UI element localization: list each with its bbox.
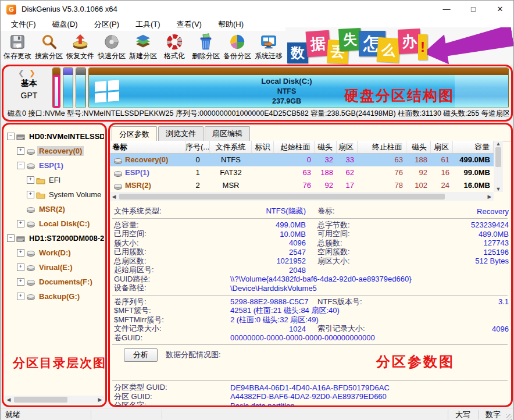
backup-partition-icon <box>229 33 246 51</box>
table-vscrollbar-thumb[interactable] <box>495 147 501 167</box>
tree-item-msr-2-[interactable]: MSR(2) <box>5 202 104 216</box>
tree-item-documents-f-[interactable]: +Documents(F:) <box>5 275 104 289</box>
scroll-right-icon[interactable]: ▶ <box>96 397 104 403</box>
expand-icon[interactable]: + <box>17 293 24 300</box>
expand-icon[interactable]: + <box>17 264 24 271</box>
detail-row: 已用空间:10.0MB可用空间:489.0MB <box>111 229 509 238</box>
detail-value: A44382FD-BAF6-4DA2-92D0-AE89379ED660 <box>230 392 509 401</box>
banner-tile-8: ! <box>418 34 427 60</box>
disk-scheme-label: GPT <box>8 91 50 100</box>
column-header-5[interactable]: 起始柱面 <box>274 141 315 153</box>
toolbar-button-9[interactable]: 系统迁移 <box>253 31 284 65</box>
column-header-2[interactable]: 序号(... <box>185 141 210 153</box>
msr-bar-body <box>76 75 85 108</box>
tree-item-esp-1-[interactable]: −ESP(1) <box>5 158 104 173</box>
expand-icon[interactable]: + <box>27 191 34 198</box>
tree-item-virual-e-[interactable]: +Virual(E:) <box>5 260 104 275</box>
close-button[interactable]: ✕ <box>487 1 513 18</box>
resize-grip[interactable] <box>506 414 512 420</box>
column-header-11[interactable]: 容量 <box>453 141 494 153</box>
toolbar-button-1[interactable]: 保存更改 <box>2 31 33 65</box>
expand-icon[interactable]: + <box>17 147 24 155</box>
partition-name: ESP(1) <box>125 166 149 179</box>
cell-seq: 0 <box>185 154 210 166</box>
toolbar-button-4[interactable]: 快速分区 <box>96 31 127 65</box>
scroll-down-icon[interactable]: ▼ <box>494 186 502 192</box>
tree-item-label: Backup(G:) <box>37 291 81 301</box>
collapse-icon[interactable]: − <box>17 162 24 169</box>
tab-2[interactable]: 浏览文件 <box>158 126 204 141</box>
tree-item-hd1-st2000dm008-2[interactable]: −HD1:ST2000DM008-2 <box>5 231 104 245</box>
toolbar-button-5[interactable]: 新建分区 <box>127 31 159 65</box>
table-horizontal-scrollbar[interactable]: ◀ ▶ <box>110 192 494 201</box>
expand-icon[interactable]: + <box>17 220 24 227</box>
num-indicator: 数字 <box>486 408 501 420</box>
column-header-1[interactable]: 卷标 <box>110 141 185 153</box>
recovery-partition-bar[interactable] <box>52 67 60 108</box>
toolbar-button-6[interactable]: 格式化 <box>159 31 190 65</box>
toolbar-button-label: 快速分区 <box>98 51 126 61</box>
tab-1[interactable]: 分区参数 <box>112 126 157 141</box>
partition-name: MSR(2) <box>125 179 151 192</box>
tree-item-recovery-0-[interactable]: +Recovery(0) <box>5 144 104 158</box>
disk-icon <box>16 234 26 243</box>
cell-eh: 102 <box>406 179 431 192</box>
table-row-esp-1-[interactable]: ESP(1)1FAT32631886276921699.0MB <box>110 166 494 179</box>
menu-item-4[interactable]: 工具(T) <box>127 18 169 31</box>
column-header-8[interactable]: 终止柱面 <box>358 141 406 153</box>
scroll-up-icon[interactable]: ▲ <box>494 141 502 147</box>
collapse-icon[interactable]: − <box>7 133 15 140</box>
esp-partition-bar[interactable] <box>63 67 73 108</box>
toolbar-button-label: 新建分区 <box>129 51 157 61</box>
scroll-left-icon[interactable]: ◀ <box>110 194 118 200</box>
toolbar-button-3[interactable]: 恢复文件 <box>65 31 96 65</box>
tree-item-local-disk-c-[interactable]: +Local Disk(C:) <box>5 216 104 231</box>
toolbar-button-7[interactable]: 删除分区 <box>190 31 222 65</box>
tree-item-system-volume[interactable]: +System Volume <box>5 187 104 202</box>
menu-item-6[interactable]: 帮助(H) <box>210 18 252 31</box>
column-header-4[interactable]: 标识 <box>252 141 274 153</box>
expand-icon[interactable]: + <box>27 176 34 184</box>
partition-tree: −HD0:NVMeINTELSSD+Recovery(0)−ESP(1)+EFI… <box>5 129 104 304</box>
toolbar-button-label: 系统迁移 <box>255 51 283 61</box>
tree-item-work-d-[interactable]: +Work(D:) <box>5 245 104 260</box>
tree-item-backup-g-[interactable]: +Backup(G:) <box>5 289 104 304</box>
scroll-right-icon[interactable]: ▶ <box>486 194 494 200</box>
tab-3[interactable]: 扇区编辑 <box>205 126 250 141</box>
analyze-button[interactable]: 分析 <box>124 348 158 362</box>
chevron-left-icon[interactable]: ❮ <box>18 69 29 77</box>
msr-partition-bar[interactable] <box>76 67 86 108</box>
toolbar-button-8[interactable]: 备份分区 <box>222 31 253 65</box>
ad-banner[interactable]: DiskGenius 团队为您服 数据丢失怎么办! <box>285 27 513 65</box>
cell-seq: 1 <box>185 166 210 179</box>
menu-item-3[interactable]: 分区(P) <box>86 18 127 31</box>
toolbar-button-2[interactable]: 搜索分区 <box>33 31 65 65</box>
minimize-button[interactable]: — <box>433 1 460 18</box>
expand-icon[interactable]: + <box>17 249 24 257</box>
maximize-button[interactable]: □ <box>460 1 487 18</box>
table-scrollbar-thumb[interactable] <box>119 194 445 200</box>
table-vertical-scrollbar[interactable]: ▲ ▼ <box>494 141 503 192</box>
tree-horizontal-scrollbar[interactable]: ◀ ▶ <box>5 396 104 404</box>
detail-label: 分区名字: <box>111 400 230 407</box>
tree-item-efi[interactable]: +EFI <box>5 173 104 187</box>
table-row-recovery-0-[interactable]: Recovery(0)0NTFS032336318861499.0MB <box>110 154 494 166</box>
scroll-left-icon[interactable]: ◀ <box>5 397 13 403</box>
tree-scrollbar-thumb[interactable] <box>14 397 67 403</box>
column-header-3[interactable]: 文件系统 <box>210 141 252 153</box>
menu-item-5[interactable]: 查看(V) <box>169 18 210 31</box>
column-header-9[interactable]: 磁头 <box>406 141 431 153</box>
delete-partition-icon <box>197 33 215 51</box>
collapse-icon[interactable]: − <box>7 234 15 242</box>
chevron-right-icon[interactable]: ❯ <box>29 69 40 77</box>
menu-item-2[interactable]: 磁盘(D) <box>44 18 86 31</box>
table-row-msr-2-[interactable]: MSR(2)2MSR769217781022416.0MB <box>110 179 494 192</box>
column-header-10[interactable]: 扇区 <box>431 141 453 153</box>
detail-row: 卷GUID:00000000-0000-0000-0000-0000000000… <box>111 333 509 342</box>
menu-item-1[interactable]: 文件(F) <box>3 18 44 31</box>
column-header-6[interactable]: 磁头 <box>315 141 337 153</box>
expand-icon[interactable]: + <box>17 278 24 286</box>
tree-item-hd0-nvmeintelssd[interactable]: −HD0:NVMeINTELSSD <box>5 129 104 144</box>
cell-cap: 99.0MB <box>453 166 494 179</box>
column-header-7[interactable]: 扇区 <box>337 141 358 153</box>
